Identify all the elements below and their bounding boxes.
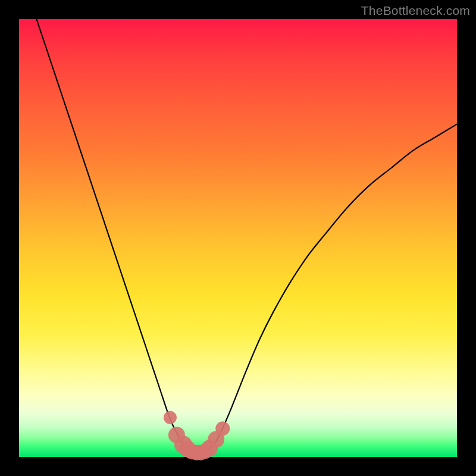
chart-frame: TheBottleneck.com [0, 0, 476, 476]
curve-layer [19, 19, 457, 457]
bottleneck-curve [36, 19, 457, 453]
watermark-text: TheBottleneck.com [361, 4, 470, 18]
plot-area [19, 19, 457, 457]
measurement-dot [164, 411, 177, 424]
measurement-dot [215, 421, 230, 436]
measurement-dots [164, 411, 230, 461]
